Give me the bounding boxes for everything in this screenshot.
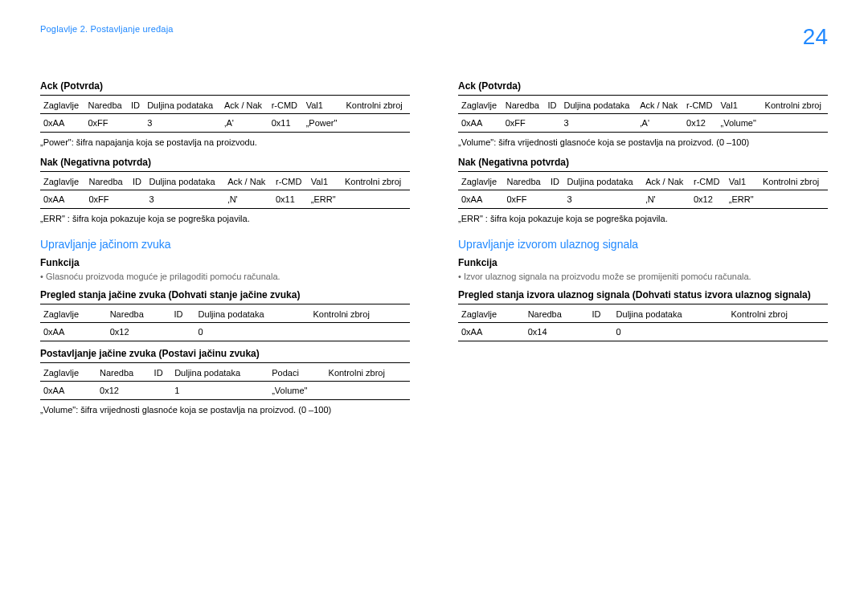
th: ID bbox=[129, 172, 146, 190]
set-title: Postavljanje jačine zvuka (Postavi jačin… bbox=[40, 348, 410, 359]
ack-note: „Power": šifra napajanja koja se postavl… bbox=[40, 137, 410, 147]
td: 0 bbox=[195, 323, 310, 341]
td: 0x11 bbox=[268, 114, 303, 133]
th: Val1 bbox=[726, 172, 760, 190]
th: Naredba bbox=[503, 172, 547, 190]
th: r-CMD bbox=[683, 96, 717, 114]
funk-title: Funkcija bbox=[458, 257, 828, 268]
th: Ack / Nak bbox=[637, 96, 683, 114]
td: 0xFF bbox=[502, 114, 545, 133]
th: Val1 bbox=[718, 96, 762, 114]
nak-table: Zaglavlje Naredba ID Duljina podataka Ac… bbox=[40, 171, 410, 209]
nak-title: Nak (Negativna potvrda) bbox=[40, 157, 410, 168]
th: Ack / Nak bbox=[642, 172, 690, 190]
td bbox=[342, 114, 410, 133]
td: 0 bbox=[613, 323, 728, 341]
td: 0x12 bbox=[690, 190, 726, 209]
columns: Ack (Potvrda) Zaglavlje Naredba ID Dulji… bbox=[40, 74, 828, 424]
td: 0xAA bbox=[458, 190, 503, 209]
td: 0xFF bbox=[503, 190, 547, 209]
th: ID bbox=[128, 96, 144, 114]
td: 0x12 bbox=[683, 114, 717, 133]
th: Zaglavlje bbox=[458, 172, 503, 190]
td: 0xAA bbox=[458, 323, 525, 341]
funk-title: Funkcija bbox=[40, 257, 410, 268]
th: Zaglavlje bbox=[458, 304, 525, 323]
page-number: 24 bbox=[803, 24, 828, 50]
td: 0xAA bbox=[40, 114, 84, 133]
td: 0xAA bbox=[40, 323, 107, 341]
th: Ack / Nak bbox=[224, 172, 272, 190]
td: „ERR" bbox=[308, 190, 342, 209]
td: „Volume" bbox=[718, 114, 762, 133]
th: Kontrolni zbroj bbox=[326, 363, 410, 382]
th: Duljina podataka bbox=[564, 172, 643, 190]
td bbox=[128, 114, 144, 133]
nak-note: „ERR" : šifra koja pokazuje koja se pogr… bbox=[458, 214, 828, 223]
th: Kontrolni zbroj bbox=[760, 172, 828, 190]
td: 0xAA bbox=[458, 114, 502, 133]
td bbox=[129, 190, 146, 209]
th: Zaglavlje bbox=[458, 96, 502, 114]
th: Val1 bbox=[308, 172, 342, 190]
th: Naredba bbox=[85, 172, 129, 190]
ack-table: Zaglavlje Naredba ID Duljina podataka Ac… bbox=[458, 95, 828, 133]
td bbox=[762, 114, 828, 133]
td bbox=[760, 190, 828, 209]
right-column: Ack (Potvrda) Zaglavlje Naredba ID Dulji… bbox=[458, 74, 828, 424]
th: ID bbox=[545, 96, 561, 114]
td bbox=[310, 323, 410, 341]
td bbox=[326, 382, 410, 400]
th: Kontrolni zbroj bbox=[342, 172, 410, 190]
th: Val1 bbox=[303, 96, 343, 114]
th: Kontrolni zbroj bbox=[728, 304, 828, 323]
th: Duljina podataka bbox=[144, 96, 221, 114]
nak-table: Zaglavlje Naredba ID Duljina podataka Ac… bbox=[458, 171, 828, 209]
th: ID bbox=[151, 363, 172, 382]
th: Naredba bbox=[107, 304, 171, 323]
get-table: Zaglavlje Naredba ID Duljina podataka Ko… bbox=[458, 304, 828, 341]
th: Duljina podataka bbox=[613, 304, 728, 323]
th: Kontrolni zbroj bbox=[342, 96, 410, 114]
th: r-CMD bbox=[268, 96, 303, 114]
funk-bullet: Izvor ulaznog signala na proizvodu može … bbox=[458, 272, 828, 281]
ack-title: Ack (Potvrda) bbox=[458, 80, 828, 92]
td: 0xFF bbox=[84, 114, 127, 133]
td: 0x12 bbox=[107, 323, 171, 341]
td: 3 bbox=[561, 114, 637, 133]
td: „ERR" bbox=[726, 190, 760, 209]
th: Zaglavlje bbox=[40, 172, 85, 190]
th: Zaglavlje bbox=[40, 96, 84, 114]
th: Zaglavlje bbox=[40, 304, 107, 323]
td: ‚N' bbox=[224, 190, 272, 209]
td bbox=[545, 114, 561, 133]
th: Naredba bbox=[525, 304, 589, 323]
set-table: Zaglavlje Naredba ID Duljina podataka Po… bbox=[40, 362, 410, 400]
th: r-CMD bbox=[690, 172, 726, 190]
page: Poglavlje 2. Postavljanje uređaja 24 Ack… bbox=[0, 0, 868, 613]
th: r-CMD bbox=[272, 172, 308, 190]
th: Duljina podataka bbox=[561, 96, 637, 114]
nak-title: Nak (Negativna potvrda) bbox=[458, 157, 828, 168]
section-title: Upravljanje izvorom ulaznog signala bbox=[458, 238, 828, 251]
ack-title: Ack (Potvrda) bbox=[40, 80, 410, 92]
td: 0xFF bbox=[85, 190, 129, 209]
left-column: Ack (Potvrda) Zaglavlje Naredba ID Dulji… bbox=[40, 74, 410, 424]
chapter-label: Poglavlje 2. Postavljanje uređaja bbox=[40, 24, 174, 34]
td: ‚A' bbox=[221, 114, 268, 133]
td: „Volume" bbox=[268, 382, 325, 400]
th: ID bbox=[547, 172, 564, 190]
th: Naredba bbox=[84, 96, 127, 114]
td: 1 bbox=[171, 382, 268, 400]
td bbox=[170, 323, 194, 341]
td: 3 bbox=[146, 190, 225, 209]
ack-note: „Volume": šifra vrijednosti glasnoće koj… bbox=[458, 137, 828, 147]
td: 0x12 bbox=[96, 382, 151, 400]
get-title: Pregled stanja jačine zvuka (Dohvati sta… bbox=[40, 289, 410, 300]
td bbox=[547, 190, 564, 209]
td: 3 bbox=[564, 190, 643, 209]
td: „Power" bbox=[303, 114, 343, 133]
td: 0x14 bbox=[525, 323, 589, 341]
td: ‚A' bbox=[637, 114, 683, 133]
ack-table: Zaglavlje Naredba ID Duljina podataka Ac… bbox=[40, 95, 410, 133]
